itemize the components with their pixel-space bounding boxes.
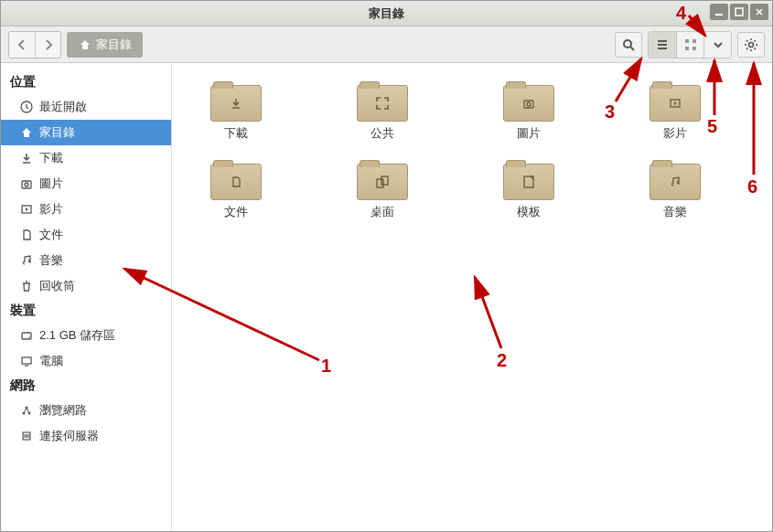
folder-label: 模板 [517,204,541,220]
svg-rect-1 [735,8,743,16]
titlebar: 家目錄 [1,1,772,27]
folder-icon [650,160,701,200]
toolbar-right [615,31,765,59]
sidebar-item-computer[interactable]: 電腦 [1,348,171,374]
nav-buttons [8,31,61,59]
sidebar-item-label: 2.1 GB 儲存區 [39,327,115,344]
folder-item[interactable]: 下載 [199,81,273,142]
view-mode-group [648,31,732,59]
folder-item[interactable]: 公共 [346,81,419,142]
svg-rect-18 [23,432,30,435]
svg-rect-9 [22,181,31,188]
computer-icon [19,354,34,368]
svg-point-7 [749,42,754,47]
svg-rect-6 [692,47,696,50]
home-icon [78,37,92,52]
sidebar-header: 位置 [1,70,171,94]
download-icon [19,151,34,165]
svg-point-13 [28,336,30,338]
sidebar-item-label: 最近開啟 [39,99,87,115]
sidebar-item-label: 連接伺服器 [39,428,99,444]
server-icon [19,429,34,443]
sidebar-item-label: 文件 [39,227,63,243]
forward-button[interactable] [35,32,60,58]
music-icon [19,253,34,268]
folder-item[interactable]: 音樂 [639,160,712,220]
content-area: 位置最近開啟家目錄下載圖片影片文件音樂回收筒裝置2.1 GB 儲存區電腦網路瀏覽… [1,63,772,531]
sidebar-item-server[interactable]: 連接伺服器 [1,423,171,449]
sidebar-item-camera[interactable]: 圖片 [1,171,171,197]
maximize-button[interactable] [730,4,748,20]
sidebar-item-label: 家目錄 [39,124,75,141]
folder-icon [357,81,408,122]
svg-rect-20 [524,101,533,108]
view-dropdown-button[interactable] [703,32,731,58]
document-icon [19,228,34,242]
folder-label: 音樂 [663,204,687,220]
sidebar-item-label: 瀏覽網路 [39,402,87,419]
video-icon [19,202,34,217]
svg-rect-0 [715,14,723,16]
sidebar-item-label: 影片 [39,201,63,218]
svg-point-21 [527,102,531,106]
folder-item[interactable]: 文件 [199,160,273,220]
folder-label: 下載 [224,125,248,142]
folder-icon [357,160,408,200]
folder-label: 桌面 [370,204,394,220]
sidebar-item-trash[interactable]: 回收筒 [1,273,171,299]
folder-item[interactable]: 圖片 [492,81,565,142]
sidebar: 位置最近開啟家目錄下載圖片影片文件音樂回收筒裝置2.1 GB 儲存區電腦網路瀏覽… [1,63,172,531]
svg-rect-12 [22,333,31,339]
sidebar-item-label: 回收筒 [39,278,75,294]
svg-rect-3 [685,39,689,43]
folder-icon [210,160,262,200]
svg-point-10 [25,183,28,186]
disk-icon [19,328,34,343]
folder-item[interactable]: 模板 [492,160,565,220]
sidebar-item-label: 音樂 [39,252,63,269]
svg-rect-24 [381,176,388,185]
sidebar-header: 裝置 [1,299,171,323]
folder-item[interactable]: 影片 [639,81,712,142]
sidebar-item-clock[interactable]: 最近開啟 [1,94,171,120]
path-button[interactable]: 家目錄 [67,32,143,58]
svg-rect-14 [22,357,31,364]
folder-icon [650,81,701,122]
window-title: 家目錄 [369,5,404,22]
folder-icon [503,160,554,200]
sidebar-item-music[interactable]: 音樂 [1,248,171,273]
folder-label: 公共 [370,125,394,142]
svg-rect-4 [692,39,696,43]
sidebar-item-disk[interactable]: 2.1 GB 儲存區 [1,323,171,348]
svg-point-2 [624,40,631,48]
sidebar-item-home[interactable]: 家目錄 [1,120,171,145]
sidebar-item-label: 電腦 [39,353,63,369]
svg-rect-23 [377,179,383,187]
minimize-button[interactable] [710,4,728,20]
network-icon [19,403,34,418]
sidebar-item-label: 圖片 [39,176,63,192]
sidebar-item-download[interactable]: 下載 [1,145,171,171]
clock-icon [19,100,34,114]
sidebar-item-network[interactable]: 瀏覽網路 [1,398,171,423]
grid-view-button[interactable] [676,32,703,58]
path-label: 家目錄 [96,37,132,53]
search-button[interactable] [615,32,642,58]
folder-label: 影片 [663,125,687,142]
close-button[interactable] [750,4,768,20]
sidebar-header: 網路 [1,374,171,398]
toolbar: 家目錄 [1,27,772,63]
camera-icon [19,176,34,191]
main-pane[interactable]: 下載公共圖片影片文件桌面模板音樂 [172,63,772,531]
trash-icon [19,279,34,293]
window-controls [710,4,768,20]
sidebar-item-label: 下載 [39,150,63,166]
settings-button[interactable] [737,32,765,58]
folder-item[interactable]: 桌面 [346,160,419,220]
folder-label: 圖片 [517,125,541,142]
svg-rect-5 [685,47,689,50]
sidebar-item-video[interactable]: 影片 [1,197,171,222]
list-view-button[interactable] [649,32,676,58]
back-button[interactable] [9,32,35,58]
sidebar-item-document[interactable]: 文件 [1,222,171,248]
